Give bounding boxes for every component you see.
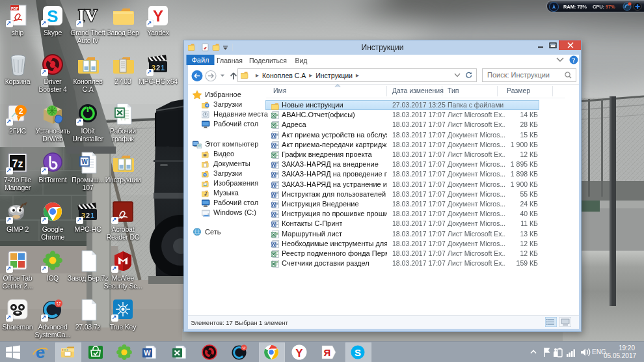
svg-text:W: W [144,349,151,357]
svg-text:W: W [81,158,88,165]
svg-text:W: W [271,202,276,207]
svg-text:W: W [271,182,276,187]
svg-text:e: e [36,344,45,360]
svg-text:PDF: PDF [11,7,19,10]
svg-text:1: 1 [90,212,94,219]
svg-text:Я: Я [324,347,331,358]
svg-text:2: 2 [86,212,90,219]
svg-text:W: W [271,212,276,217]
svg-text:W: W [271,242,276,246]
svg-text:Y: Y [153,7,163,25]
svg-text:Y: Y [295,347,303,359]
svg-text:2: 2 [19,107,23,116]
svg-text:S: S [47,7,58,26]
svg-text:W: W [271,133,276,137]
svg-text:7z: 7z [12,158,23,169]
svg-text:W: W [271,143,276,147]
svg-text:S: S [355,347,361,358]
svg-text:2: 2 [156,64,160,72]
svg-text:W: W [271,192,276,197]
svg-text:W: W [271,222,276,227]
svg-text:W: W [271,173,276,177]
svg-text:W: W [271,163,276,167]
svg-text:?: ? [572,57,576,64]
svg-text:1: 1 [161,64,165,72]
